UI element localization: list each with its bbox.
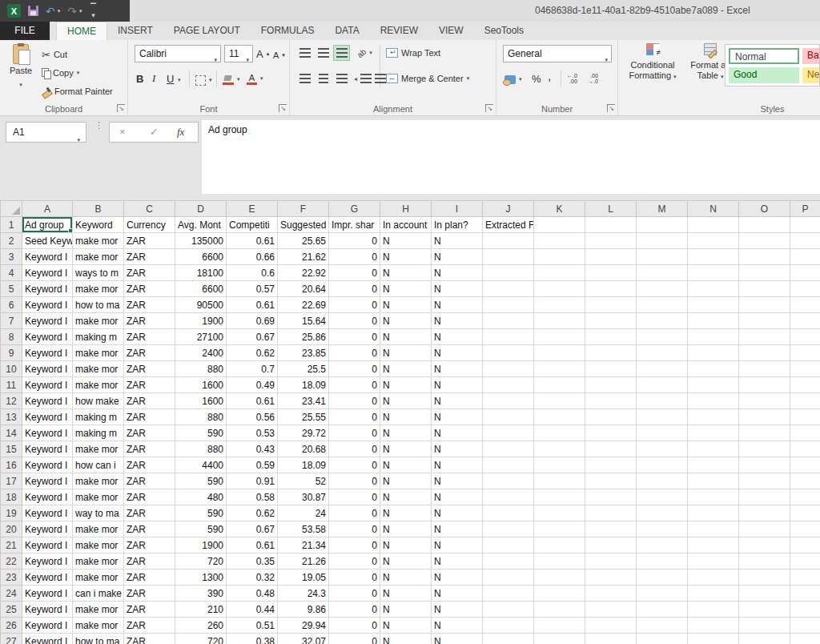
cell-K19[interactable] [534,505,585,521]
col-header-D[interactable]: D [175,201,227,217]
col-header-G[interactable]: G [329,201,380,217]
col-header-N[interactable]: N [688,201,739,217]
cell-M18[interactable] [637,489,688,505]
cell-B18[interactable]: make mor [73,489,124,505]
accounting-dropdown-icon[interactable]: ▾ [519,76,522,83]
style-normal[interactable]: Normal [729,48,799,64]
number-format-select[interactable]: General ▾ [503,45,612,62]
cell-D9[interactable]: 2400 [175,345,227,361]
cell-J23[interactable] [483,570,534,586]
bottom-align-button[interactable] [333,45,350,61]
cell-B15[interactable]: make mor [73,441,124,457]
cell-D6[interactable]: 90500 [175,297,227,313]
cell-G26[interactable]: 0 [329,618,380,634]
cell-F27[interactable]: 32.07 [278,634,329,644]
underline-dropdown-icon[interactable]: ▾ [178,72,181,88]
cell-O9[interactable] [739,345,790,361]
increase-decimal-button[interactable]: ←.0.00 [567,70,577,87]
cell-K24[interactable] [534,586,585,602]
cell-L10[interactable] [585,361,637,377]
cell-J20[interactable] [483,521,534,537]
cell-J19[interactable] [483,505,534,521]
percent-style-button[interactable]: % [532,70,541,87]
cell-L18[interactable] [585,489,637,505]
cell-C24[interactable]: ZAR [124,586,175,602]
cell-A2[interactable]: Seed Keyw [22,233,73,249]
decrease-indent-button[interactable]: ◂ [354,70,372,87]
cell-E23[interactable]: 0.32 [227,570,278,586]
cell-F17[interactable]: 52 [278,473,329,489]
cell-N17[interactable] [688,473,739,489]
cell-N6[interactable] [688,297,739,313]
row-header-18[interactable]: 18 [1,489,22,505]
cell-K8[interactable] [534,329,585,345]
cell-P13[interactable] [790,409,820,425]
tab-review[interactable]: REVIEW [370,22,428,40]
cell-C21[interactable]: ZAR [124,537,175,553]
cell-M21[interactable] [637,537,688,553]
cell-I3[interactable]: N [432,249,483,265]
cell-I11[interactable]: N [432,377,483,393]
cell-J15[interactable] [483,441,534,457]
cell-H15[interactable]: N [380,441,432,457]
cell-D4[interactable]: 18100 [175,265,227,281]
cell-C18[interactable]: ZAR [124,489,175,505]
cell-H14[interactable]: N [380,425,432,441]
col-header-A[interactable]: A [22,201,73,217]
cell-G13[interactable]: 0 [329,409,380,425]
enter-icon[interactable]: ✓ [150,126,159,138]
cell-C22[interactable]: ZAR [124,553,175,570]
cell-C16[interactable]: ZAR [124,457,175,473]
font-size-select[interactable]: 11 ▾ [224,45,253,62]
cell-O23[interactable] [739,570,790,586]
cell-G20[interactable]: 0 [329,521,380,537]
cell-L25[interactable] [585,602,637,618]
cell-G10[interactable]: 0 [329,361,380,377]
cell-P7[interactable] [790,313,820,329]
cell-E16[interactable]: 0.59 [227,457,278,473]
cell-A12[interactable]: Keyword I [22,393,73,409]
cell-B19[interactable]: way to ma [73,505,124,521]
row-header-6[interactable]: 6 [1,297,22,313]
cell-B7[interactable]: make mor [73,313,124,329]
cell-N8[interactable] [688,329,739,345]
cell-M2[interactable] [637,233,688,249]
cell-D3[interactable]: 6600 [175,249,227,265]
borders-dropdown-icon[interactable]: ▾ [209,77,212,83]
cell-F26[interactable]: 29.94 [278,618,329,634]
cell-I16[interactable]: N [432,457,483,473]
cell-F21[interactable]: 21.34 [278,537,329,553]
cell-J27[interactable] [483,634,534,644]
formula-bar-grip[interactable]: ⋮ [94,120,103,131]
select-all-corner[interactable] [1,201,22,217]
cell-P15[interactable] [790,441,820,457]
style-bad[interactable]: Bad [802,48,820,64]
cell-A24[interactable]: Keyword I [22,586,73,602]
cell-N15[interactable] [688,441,739,457]
cell-M1[interactable] [637,217,688,233]
cell-H19[interactable]: N [380,505,432,521]
clipboard-dialog-launcher-icon[interactable]: ↘ [117,104,125,112]
redo-icon[interactable]: ↷ [67,6,77,17]
paste-dropdown-icon[interactable]: ▾ [19,82,22,87]
undo-icon[interactable]: ↶ [46,6,55,17]
cell-P25[interactable] [790,602,820,618]
row-header-20[interactable]: 20 [1,521,22,537]
cell-F9[interactable]: 23.85 [278,345,329,361]
align-right-button[interactable] [333,70,350,87]
cell-L11[interactable] [585,377,637,393]
cell-H1[interactable]: In account [380,217,432,233]
paste-button[interactable]: Paste ▾ [3,43,38,104]
number-dialog-launcher-icon[interactable]: ↘ [607,104,615,112]
cell-L14[interactable] [585,425,637,441]
format-painter-button[interactable]: Format Painter [42,83,113,99]
cell-J7[interactable] [483,313,534,329]
cell-M24[interactable] [637,586,688,602]
cell-C13[interactable]: ZAR [124,409,175,425]
cell-A21[interactable]: Keyword I [22,537,73,553]
cell-N21[interactable] [688,537,739,553]
cell-G23[interactable]: 0 [329,570,380,586]
cell-H22[interactable]: N [380,553,432,570]
cell-G4[interactable]: 0 [329,265,380,281]
cell-O4[interactable] [739,265,790,281]
